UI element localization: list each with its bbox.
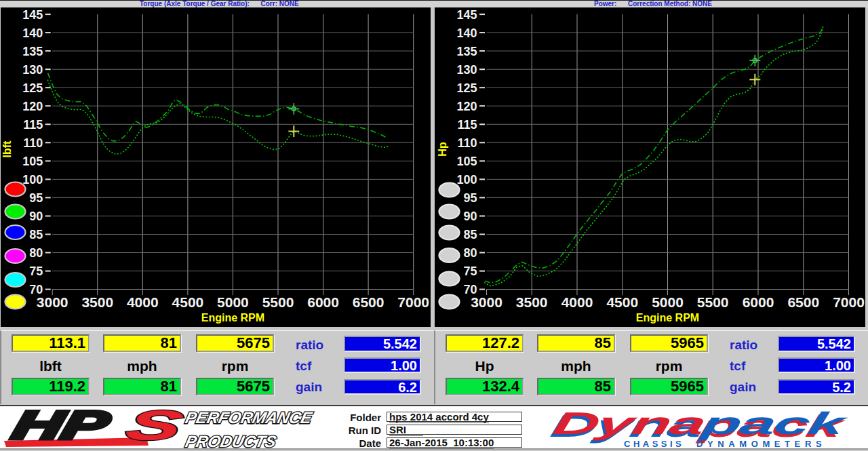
svg-text:Dyna: Dyna [550, 406, 708, 441]
svg-text:PERFORMANCE: PERFORMANCE [184, 408, 315, 427]
svg-text:5500: 5500 [697, 294, 729, 310]
svg-text:PRODUCTS: PRODUCTS [184, 432, 278, 450]
svg-text:95: 95 [29, 191, 43, 205]
svg-text:6000: 6000 [743, 294, 774, 310]
svg-text:4500: 4500 [606, 294, 638, 310]
svg-text:7000: 7000 [397, 294, 429, 310]
svg-text:4000: 4000 [127, 294, 159, 310]
svg-text:125: 125 [22, 81, 43, 95]
svg-text:6500: 6500 [353, 294, 384, 310]
svg-text:DYNAMOMETERS: DYNAMOMETERS [696, 439, 826, 449]
svg-text:120: 120 [22, 100, 43, 113]
svg-text:4500: 4500 [172, 294, 204, 310]
svg-text:3000: 3000 [37, 294, 68, 310]
svg-text:5000: 5000 [217, 294, 249, 310]
svg-text:125: 125 [456, 81, 477, 95]
svg-text:5000: 5000 [652, 294, 684, 310]
svg-text:Engine RPM: Engine RPM [636, 312, 699, 323]
svg-text:110: 110 [23, 136, 43, 150]
svg-text:S: S [122, 406, 187, 448]
svg-text:95: 95 [463, 191, 477, 205]
svg-text:3000: 3000 [471, 294, 502, 310]
svg-text:130: 130 [22, 63, 43, 77]
svg-text:75: 75 [463, 264, 477, 278]
svg-text:3500: 3500 [516, 294, 548, 310]
svg-text:140: 140 [456, 26, 477, 40]
svg-text:CHASSIS: CHASSIS [624, 439, 684, 449]
svg-text:100: 100 [22, 173, 43, 187]
svg-text:Hp: Hp [437, 142, 448, 157]
svg-text:115: 115 [457, 118, 477, 132]
svg-text:105: 105 [456, 155, 477, 168]
svg-text:85: 85 [463, 228, 477, 241]
svg-text:80: 80 [29, 246, 43, 260]
svg-text:7000: 7000 [833, 294, 865, 310]
svg-text:4000: 4000 [561, 294, 593, 310]
svg-text:85: 85 [29, 228, 43, 241]
svg-text:100: 100 [456, 173, 477, 187]
svg-text:5500: 5500 [262, 294, 294, 310]
svg-text:6000: 6000 [307, 294, 339, 310]
svg-text:pack: pack [697, 406, 848, 441]
svg-text:120: 120 [456, 100, 477, 113]
svg-text:135: 135 [456, 45, 477, 58]
svg-text:115: 115 [23, 118, 43, 132]
svg-text:HP: HP [8, 406, 115, 448]
svg-text:90: 90 [463, 210, 477, 223]
svg-text:90: 90 [29, 210, 43, 223]
svg-text:110: 110 [457, 136, 477, 150]
svg-text:6500: 6500 [787, 294, 819, 310]
svg-text:140: 140 [22, 26, 43, 40]
svg-text:145: 145 [22, 8, 43, 22]
svg-text:130: 130 [456, 63, 477, 77]
svg-text:145: 145 [456, 8, 477, 22]
svg-text:75: 75 [29, 264, 43, 278]
svg-text:135: 135 [22, 45, 43, 58]
svg-text:Engine RPM: Engine RPM [201, 312, 264, 323]
svg-text:105: 105 [22, 155, 43, 168]
svg-text:lbft: lbft [1, 140, 13, 158]
svg-text:80: 80 [463, 246, 477, 260]
svg-text:3500: 3500 [81, 294, 113, 310]
